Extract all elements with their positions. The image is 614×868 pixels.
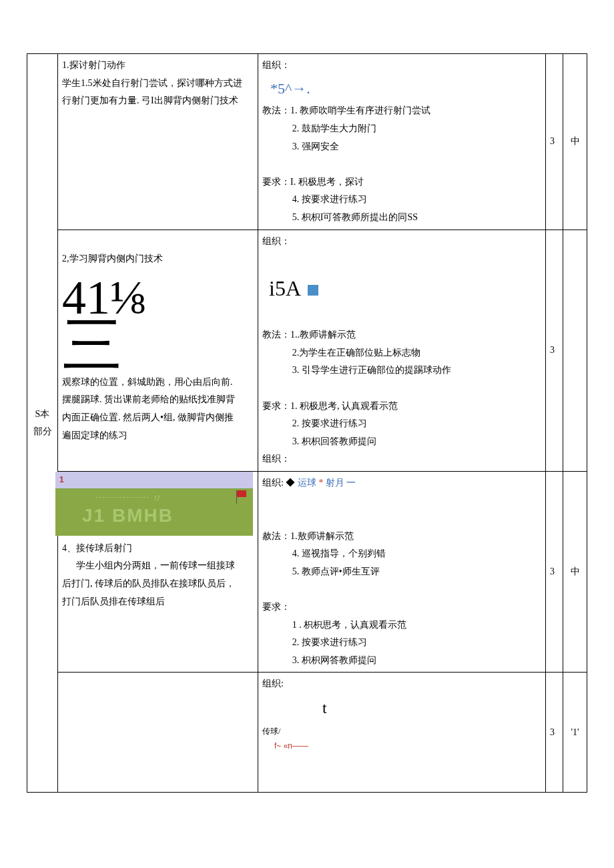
flag-icon xyxy=(237,490,246,497)
right-cell-1: 组织： *5^→. 教法：1. 教师吹哨学生有序进行射门尝试 2. 鼓励学生大力… xyxy=(258,54,546,230)
s2-p1: 观察球的位置，斜城助跑，用心由后向前. xyxy=(62,374,254,392)
table-row: 1 f7 J1 BMHB 4、接传球后射门 学生小组内分两姐，一前传球一组接球 … xyxy=(27,471,587,673)
left-cell-2: 2,学习脚背内侧内门技术 41⅛ 三 观察球的位置，斜城助跑，用心由后向前. 摆… xyxy=(58,230,258,471)
r4-t: t xyxy=(262,693,541,724)
r4-fn: f~ «n—— xyxy=(262,739,541,754)
intensity-3: 中 xyxy=(571,566,580,576)
s2-title: 2,学习脚背内侧内门技术 xyxy=(62,250,254,268)
r2-i5a-line: i5A xyxy=(262,268,541,309)
r2-i5a-text: i5A xyxy=(269,276,300,300)
field-illustration: 1 f7 J1 BMHB xyxy=(55,472,253,536)
table-row: 组织: t 传球/ f~ «n—— 3 '1' xyxy=(27,673,587,793)
r2-jiaofa-1: 教法：1..教师讲解示范 xyxy=(262,326,541,344)
lesson-plan-table: S本部分 1.探讨射门动作 学生1.5米处自行射门尝试，探讨哪种方式进 行射门更… xyxy=(27,53,587,793)
r1-jiaofa-1: 教法：1. 教师吹哨学生有序进行射门尝试 xyxy=(262,102,541,120)
sky-band: 1 xyxy=(55,472,253,489)
r1-zuzhi: 组织： xyxy=(262,57,541,75)
s4-p3: 打门后队员排在传球组后 xyxy=(62,593,254,611)
s2-bars: 三 xyxy=(62,327,254,374)
s2-p2: 摆腿踢球. 赁出课前老师给的贴纸找准脚背 xyxy=(62,391,254,409)
r3-jiaofa-3: 5. 教师点评•师生互评 xyxy=(262,563,541,581)
r4-zuzhi: 组织: xyxy=(262,675,541,693)
r1-jiaofa-3: 3. 强网安全 xyxy=(262,138,541,156)
intensity-cell-4: '1' xyxy=(563,673,587,793)
s4-p2: 后打门, 传球后的队员排队在接球队员后， xyxy=(62,575,254,593)
intensity-cell-3: 中 xyxy=(563,471,587,673)
star-icon: * xyxy=(318,478,323,488)
count-3: 3 xyxy=(550,566,555,576)
intensity-1: 中 xyxy=(571,136,580,146)
grass-band: f7 J1 BMHB xyxy=(55,489,253,536)
grass-big-text: J1 BMHB xyxy=(82,498,174,533)
count-cell-4: 3 xyxy=(546,673,563,793)
s4-title: 4、接传球后射门 xyxy=(62,540,254,558)
s2-p4: 遍固定球的练习 xyxy=(62,427,254,445)
s1-body-line1: 学生1.5米处自行射门尝试，探讨哪种方式进 xyxy=(62,75,254,93)
r2-zuzhi: 组织： xyxy=(262,233,541,251)
intensity-cell-2 xyxy=(563,230,587,471)
r2-yaoqiu-3: 3. 枳枳回答教师提问 xyxy=(262,433,541,451)
r2-jiaofa-2: 2.为学生在正确部位贴上标志物 xyxy=(262,344,541,362)
r4-chuanqiu: 传球/ xyxy=(262,724,541,739)
r3-yaoqiu-3: 3. 枳枳网答教师提问 xyxy=(262,652,541,670)
r3-yunqiu: 运球 xyxy=(298,478,316,488)
r2-yaoqiu-2: 2. 按要求进行练习 xyxy=(262,415,541,433)
red-num-1: 1 xyxy=(59,472,64,488)
dash-icon: 一 xyxy=(346,478,356,488)
count-cell-1: 3 xyxy=(546,54,563,230)
r3-sheyue: 射月 xyxy=(326,478,344,488)
count-cell-3: 3 xyxy=(546,471,563,673)
intensity-4: '1' xyxy=(571,727,579,737)
s1-body-line2: 行射门更加有力量. 弓I出脚背内侧射门技术 xyxy=(62,92,254,110)
r2-jiaofa-3: 3. 引导学生进行正确部位的提踢球动作 xyxy=(262,362,541,380)
left-cell-3: 1 f7 J1 BMHB 4、接传球后射门 学生小组内分两姐，一前传球一组接球 … xyxy=(58,471,258,673)
r3-zuzhi-line: 组织: ◆ 运球 * 射月 一 xyxy=(262,474,541,492)
count-1: 3 xyxy=(550,136,555,146)
left-cell-4 xyxy=(58,673,258,793)
r3-jiaofa-1: 赦法：1.敖师讲解示范 xyxy=(262,528,541,546)
r3-jiaofa-2: 4. 巡视指导，个别刿错 xyxy=(262,545,541,563)
right-cell-4: 组织: t 传球/ f~ «n—— xyxy=(258,673,546,793)
diamond-icon: ◆ xyxy=(286,478,295,488)
intensity-cell-1: 中 xyxy=(563,54,587,230)
right-cell-3: 组织: ◆ 运球 * 射月 一 赦法：1.敖师讲解示范 4. 巡视指导，个别刿错… xyxy=(258,471,546,673)
right-cell-2: 组织： i5A 教法：1..教师讲解示范 2.为学生在正确部位贴上标志物 3. … xyxy=(258,230,546,471)
r1-yaoqiu-2: 4. 按要求进行练习 xyxy=(262,191,541,209)
r3-yaoqiu-1: 1 . 枳枳思考，认真观看示范 xyxy=(262,616,541,634)
r2-yaoqiu-1: 要求：1. 积极思考, 认真观看示范 xyxy=(262,398,541,416)
count-2: 3 xyxy=(550,345,555,355)
blue-square-icon xyxy=(308,285,318,296)
r1-yaoqiu-1: 要求：I. 积极思考，探讨 xyxy=(262,173,541,191)
r3-yaoqiu-0: 要求： xyxy=(262,598,541,616)
r3-yaoqiu-2: 2. 按要求进行练习 xyxy=(262,634,541,652)
count-4: 3 xyxy=(550,727,555,737)
r3-zuzhi0: 组织： xyxy=(262,450,541,468)
left-cell-1: 1.探讨射门动作 学生1.5米处自行射门尝试，探讨哪种方式进 行射门更加有力量.… xyxy=(58,54,258,230)
section-label-cell: S本部分 xyxy=(27,54,58,793)
count-cell-2: 3 xyxy=(546,230,563,471)
r1-yaoqiu-3: 5. 枳枳I可答教师所提出的同SS xyxy=(262,209,541,227)
s1-title: 1.探讨射门动作 xyxy=(62,57,254,75)
r3-zuzhi-label: 组织: xyxy=(262,478,286,488)
s4-p1: 学生小组内分两姐，一前传球一组接球 xyxy=(62,557,254,575)
table-row: 2,学习脚背内侧内门技术 41⅛ 三 观察球的位置，斜城助跑，用心由后向前. 摆… xyxy=(27,230,587,471)
section-label: S本部分 xyxy=(31,406,53,441)
r1-jiaofa-2: 2. 鼓励学生大力附门 xyxy=(262,120,541,138)
r1-star-line: *5^→. xyxy=(262,75,541,103)
s2-p3: 内面正确位置. 然后两人•组, 做脚背内侧推 xyxy=(62,409,254,427)
table-row: S本部分 1.探讨射门动作 学生1.5米处自行射门尝试，探讨哪种方式进 行射门更… xyxy=(27,54,587,230)
